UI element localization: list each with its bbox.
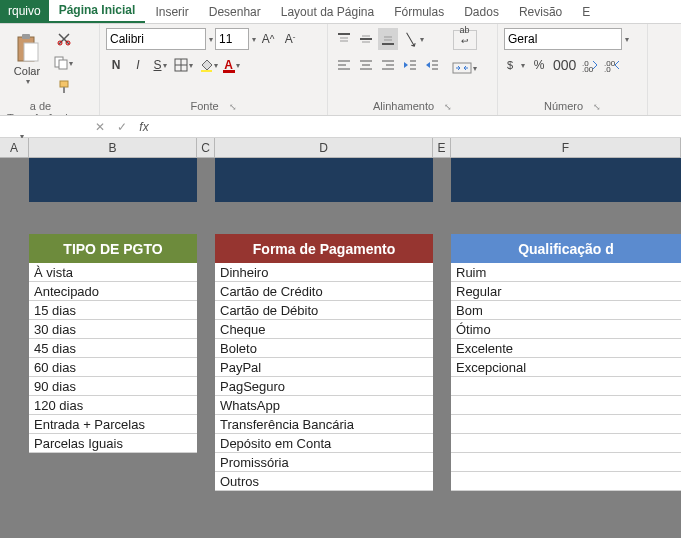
increase-indent-button[interactable] xyxy=(422,54,442,76)
list-item[interactable]: WhatsApp xyxy=(215,396,433,415)
font-size-combo[interactable] xyxy=(215,28,249,50)
chevron-down-icon[interactable]: ▾ xyxy=(625,35,629,44)
dialog-launcher-icon[interactable]: ⤡ xyxy=(444,102,452,112)
dialog-launcher-icon[interactable]: ⤡ xyxy=(229,102,237,112)
align-middle-button[interactable] xyxy=(356,28,376,50)
orientation-button[interactable]: ⟶▾ xyxy=(400,28,426,50)
list-item[interactable]: Excepcional xyxy=(451,358,681,377)
list-item[interactable]: Ruim xyxy=(451,263,681,282)
merge-center-button[interactable]: ▾ xyxy=(450,56,479,80)
spreadsheet-grid: A B C D E F TIPO DE PGTO À vista Antecip… xyxy=(0,138,681,538)
col-header-A[interactable]: A xyxy=(0,138,29,157)
list-item[interactable] xyxy=(451,415,681,434)
comma-format-button[interactable]: 000 xyxy=(551,54,578,76)
list-item[interactable]: Cartão de Crédito xyxy=(215,282,433,301)
align-left-button[interactable] xyxy=(334,54,354,76)
tab-page-layout[interactable]: Layout da Página xyxy=(271,1,384,23)
formula-input[interactable] xyxy=(155,120,681,134)
copy-button[interactable]: ▾ xyxy=(52,52,75,74)
format-painter-button[interactable] xyxy=(52,76,75,98)
grid-body[interactable]: TIPO DE PGTO À vista Antecipado 15 dias … xyxy=(0,158,681,538)
tab-home[interactable]: Página Inicial xyxy=(49,0,146,23)
col-header-C[interactable]: C xyxy=(197,138,215,157)
decrease-decimal-button[interactable]: .00.0 xyxy=(602,54,622,76)
number-format-combo[interactable] xyxy=(504,28,622,50)
font-color-button[interactable]: A ▾ xyxy=(222,54,242,76)
list-item[interactable]: PayPal xyxy=(215,358,433,377)
align-center-button[interactable] xyxy=(356,54,376,76)
list-item[interactable]: Cheque xyxy=(215,320,433,339)
list-item[interactable]: 60 dias xyxy=(29,358,197,377)
tab-insert[interactable]: Inserir xyxy=(145,1,198,23)
list-item[interactable]: Ótimo xyxy=(451,320,681,339)
dialog-launcher-icon[interactable]: ⤡ xyxy=(593,102,601,112)
list-item[interactable]: Entrada + Parcelas xyxy=(29,415,197,434)
list-item[interactable]: 30 dias xyxy=(29,320,197,339)
bold-button[interactable]: N xyxy=(106,54,126,76)
tab-formulas[interactable]: Fórmulas xyxy=(384,1,454,23)
chevron-down-icon[interactable]: ▾ xyxy=(252,35,256,44)
align-right-button[interactable] xyxy=(378,54,398,76)
underline-button[interactable]: S▾ xyxy=(150,54,170,76)
percent-format-button[interactable]: % xyxy=(529,54,549,76)
group-alignment-label: Alinhamento xyxy=(373,100,434,112)
increase-decimal-icon: .0.00 xyxy=(582,58,598,72)
increase-decimal-button[interactable]: .0.00 xyxy=(580,54,600,76)
italic-button[interactable]: I xyxy=(128,54,148,76)
col-header-D[interactable]: D xyxy=(215,138,433,157)
chevron-down-icon[interactable]: ▾ xyxy=(209,35,213,44)
align-top-button[interactable] xyxy=(334,28,354,50)
font-name-combo[interactable] xyxy=(106,28,206,50)
list-header-forma-pagamento[interactable]: Forma de Pagamento xyxy=(215,234,433,263)
list-item[interactable]: Transferência Bancária xyxy=(215,415,433,434)
accounting-format-button[interactable]: $▾ xyxy=(504,54,527,76)
tab-review[interactable]: Revisão xyxy=(509,1,572,23)
list-item[interactable]: 90 dias xyxy=(29,377,197,396)
paste-button[interactable]: Colar ▾ xyxy=(6,28,48,90)
list-item[interactable]: Excelente xyxy=(451,339,681,358)
list-item[interactable] xyxy=(451,396,681,415)
list-item[interactable]: Antecipado xyxy=(29,282,197,301)
list-item[interactable]: Boleto xyxy=(215,339,433,358)
cut-button[interactable] xyxy=(52,28,75,50)
list-header-qualificacao[interactable]: Qualificação d xyxy=(451,234,681,263)
tab-view[interactable]: E xyxy=(572,1,600,23)
svg-rect-12 xyxy=(201,70,212,72)
group-font: ▾ ▾ A^ Aˇ N I S▾ ▾ ▾ A ▾ xyxy=(100,24,328,115)
fill-color-button[interactable]: ▾ xyxy=(197,54,220,76)
list-item[interactable]: Outros xyxy=(215,472,433,491)
list-item[interactable]: 120 dias xyxy=(29,396,197,415)
wrap-text-button[interactable]: ab↩ xyxy=(450,28,479,52)
cancel-formula-button[interactable]: ✕ xyxy=(89,120,111,134)
list-item[interactable] xyxy=(451,377,681,396)
increase-font-button[interactable]: A^ xyxy=(258,28,278,50)
decrease-indent-button[interactable] xyxy=(400,54,420,76)
list-item[interactable]: 15 dias xyxy=(29,301,197,320)
confirm-formula-button[interactable]: ✓ xyxy=(111,120,133,134)
list-item[interactable]: PagSeguro xyxy=(215,377,433,396)
fx-button[interactable]: fx xyxy=(133,120,155,134)
list-item[interactable]: Bom xyxy=(451,301,681,320)
list-item[interactable] xyxy=(451,472,681,491)
list-item[interactable] xyxy=(451,453,681,472)
list-item[interactable]: Parcelas Iguais xyxy=(29,434,197,453)
list-item[interactable]: Dinheiro xyxy=(215,263,433,282)
list-item[interactable]: Depósito em Conta xyxy=(215,434,433,453)
list-item[interactable]: Cartão de Débito xyxy=(215,301,433,320)
list-item[interactable] xyxy=(451,434,681,453)
borders-button[interactable]: ▾ xyxy=(172,54,195,76)
col-header-B[interactable]: B xyxy=(29,138,197,157)
align-bottom-button[interactable] xyxy=(378,28,398,50)
list-header-tipo-pgto[interactable]: TIPO DE PGTO xyxy=(29,234,197,263)
decrease-font-button[interactable]: Aˇ xyxy=(280,28,300,50)
tab-data[interactable]: Dados xyxy=(454,1,509,23)
list-item[interactable]: Regular xyxy=(451,282,681,301)
list-item[interactable]: 45 dias xyxy=(29,339,197,358)
tab-file[interactable]: rquivo xyxy=(0,0,49,23)
col-header-F[interactable]: F xyxy=(451,138,681,157)
col-header-E[interactable]: E xyxy=(433,138,451,157)
list-item[interactable]: Promissória xyxy=(215,453,433,472)
tab-draw[interactable]: Desenhar xyxy=(199,1,271,23)
group-font-label: Fonte xyxy=(190,100,218,112)
list-item[interactable]: À vista xyxy=(29,263,197,282)
